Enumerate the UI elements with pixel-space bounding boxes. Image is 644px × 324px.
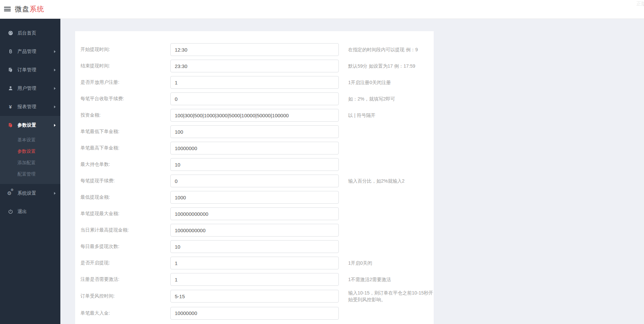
field-help-text: 输入百分比，如2%就输入2 <box>348 178 434 184</box>
chevron-right-icon <box>54 124 56 127</box>
field-help-text: 1开启注册0关闭注册 <box>348 79 434 86</box>
form-row: 是否开启提现: 1开启0关闭 <box>80 257 434 269</box>
field-label: 单笔提现最大金额: <box>80 211 170 217</box>
field-input[interactable] <box>170 92 339 105</box>
sidebar-item-gears[interactable]: ⚙⚙ 系统设置 <box>0 184 60 202</box>
form-row: 每笔平台收取手续费: 如：2%，就填写2即可 <box>80 92 434 105</box>
field-label: 每日最多提现次数: <box>80 244 170 250</box>
field-input[interactable] <box>170 290 339 303</box>
field-help-text: 在指定的时间段内可以提现 例：9 <box>348 46 434 53</box>
sidebar-subitem[interactable]: 配置管理 <box>0 169 60 180</box>
form-row: 单笔最大入金: <box>80 307 434 320</box>
chevron-right-icon <box>54 87 56 90</box>
gears-icon: ⚙⚙ <box>7 191 14 196</box>
sidebar-item-label: 参数设置 <box>17 122 36 128</box>
field-input[interactable] <box>170 257 339 269</box>
field-label: 订单受风控时间: <box>80 293 170 299</box>
field-label: 当日累计最高提现金额: <box>80 227 170 233</box>
field-input[interactable] <box>170 224 339 237</box>
field-label: 开始提现时间: <box>80 47 170 53</box>
field-help-text: 以 | 符号隔开 <box>348 112 434 119</box>
field-label: 结束提现时间: <box>80 63 170 69</box>
sidebar-submenu: 基本设置参数设置添加配置配置管理 <box>0 134 60 184</box>
field-input[interactable] <box>170 109 339 122</box>
field-label: 单笔最大入金: <box>80 310 170 316</box>
chevron-right-icon <box>54 50 56 53</box>
sidebar-item-label: 用户管理 <box>17 85 36 91</box>
field-label: 注册是否需要激活: <box>80 276 170 282</box>
field-input[interactable] <box>170 175 339 187</box>
sidebar-item-power[interactable]: 退出 <box>0 202 60 221</box>
sidebar-item-label: 后台首页 <box>17 30 36 36</box>
sidebar-subitem[interactable]: 参数设置 <box>0 146 60 157</box>
field-help-text: 输入10-15，则订单在平仓之前10-15秒开始受到风控影响。 <box>348 289 434 303</box>
sidebar-item-params[interactable]: 参数设置 <box>0 116 60 134</box>
field-label: 每笔提现手续费: <box>80 178 170 184</box>
form-row: 开始提现时间: 在指定的时间段内可以提现 例：9 <box>80 43 434 56</box>
settings-card: 开始提现时间: 在指定的时间段内可以提现 例：9 结束提现时间: 默认59分 如… <box>75 31 434 324</box>
sidebar-group-expanded: 参数设置 基本设置参数设置添加配置配置管理 <box>0 116 60 184</box>
field-input[interactable] <box>170 43 339 56</box>
field-input[interactable] <box>170 142 339 154</box>
sidebar-item-bitcoin[interactable]: 产品管理 <box>0 42 60 61</box>
sidebar-item-yen[interactable]: ¥ 报表管理 <box>0 98 60 116</box>
app-logo: 微盘系统 <box>15 4 44 14</box>
field-input[interactable] <box>170 60 339 72</box>
field-label: 投资金额: <box>80 112 170 118</box>
field-input[interactable] <box>170 307 339 320</box>
sidebar-item-label: 产品管理 <box>17 49 36 55</box>
field-help-text: 如：2%，就填写2即可 <box>348 95 434 102</box>
sidebar-item-dashboard[interactable]: 后台首页 <box>0 24 60 42</box>
orders-icon <box>7 67 14 72</box>
main-content: 开始提现时间: 在指定的时间段内可以提现 例：9 结束提现时间: 默认59分 如… <box>60 19 644 324</box>
chevron-right-icon <box>54 69 56 71</box>
chevron-right-icon <box>54 192 56 195</box>
sidebar-nav: 后台首页 产品管理 订单管理 用户管理 ¥ 报表管理 参数设置 基本设置参数设置… <box>0 24 60 221</box>
field-label: 是否开启提现: <box>80 260 170 266</box>
sidebar-item-label: 退出 <box>17 209 27 215</box>
yen-icon: ¥ <box>7 104 14 109</box>
form-row: 注册是否需要激活: 1不需激活2需要激活 <box>80 273 434 286</box>
field-input[interactable] <box>170 125 339 138</box>
sidebar-subitem[interactable]: 添加配置 <box>0 157 60 169</box>
form-row: 单笔提现最大金额: <box>80 207 434 220</box>
field-input[interactable] <box>170 273 339 286</box>
top-header: 微盘系统 正版 <box>0 0 644 19</box>
field-label: 最大持仓单数: <box>80 161 170 168</box>
logo-text-accent: 系统 <box>30 5 44 13</box>
user-icon <box>7 86 14 91</box>
sidebar-item-label: 系统设置 <box>17 190 36 196</box>
field-label: 最低提现金额: <box>80 194 170 200</box>
power-icon <box>7 209 14 214</box>
form-row: 每笔提现手续费: 输入百分比，如2%就输入2 <box>80 175 434 187</box>
form-row: 每日最多提现次数: <box>80 240 434 253</box>
form-row: 投资金额: 以 | 符号隔开 <box>80 109 434 122</box>
watermark-text: 正版 <box>636 1 644 7</box>
field-help-text: 默认59分 如设置为17 例：17:59 <box>348 63 434 69</box>
field-input[interactable] <box>170 158 339 171</box>
sidebar-item-orders[interactable]: 订单管理 <box>0 61 60 79</box>
field-input[interactable] <box>170 191 339 204</box>
form-row: 单笔最低下单金额: <box>80 125 434 138</box>
field-label: 是否开放用户注册: <box>80 79 170 85</box>
form-row: 结束提现时间: 默认59分 如设置为17 例：17:59 <box>80 60 434 72</box>
sidebar: 后台首页 产品管理 订单管理 用户管理 ¥ 报表管理 参数设置 基本设置参数设置… <box>0 19 60 324</box>
form-row: 单笔最高下单金额: <box>80 142 434 154</box>
field-input[interactable] <box>170 76 339 89</box>
form-row: 最低提现金额: <box>80 191 434 204</box>
sidebar-subitem[interactable]: 基本设置 <box>0 134 60 146</box>
sidebar-item-label: 订单管理 <box>17 67 36 73</box>
sidebar-item-user[interactable]: 用户管理 <box>0 79 60 98</box>
logo-text-primary: 微盘 <box>15 5 30 13</box>
dashboard-icon <box>7 30 14 36</box>
hamburger-menu-icon[interactable] <box>4 6 11 12</box>
form-row: 订单受风控时间: 输入10-15，则订单在平仓之前10-15秒开始受到风控影响。 <box>80 289 434 303</box>
settings-form: 开始提现时间: 在指定的时间段内可以提现 例：9 结束提现时间: 默认59分 如… <box>80 43 434 320</box>
field-label: 每笔平台收取手续费: <box>80 96 170 102</box>
field-input[interactable] <box>170 240 339 253</box>
form-row: 是否开放用户注册: 1开启注册0关闭注册 <box>80 76 434 89</box>
field-label: 单笔最高下单金额: <box>80 145 170 151</box>
field-help-text: 1不需激活2需要激活 <box>348 276 434 283</box>
field-input[interactable] <box>170 207 339 220</box>
chevron-right-icon <box>54 106 56 108</box>
